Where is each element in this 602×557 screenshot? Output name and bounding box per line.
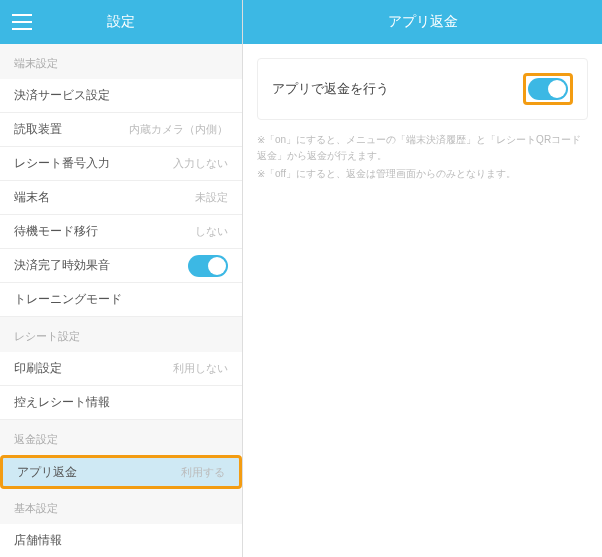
settings-row[interactable]: 印刷設定利用しない <box>0 352 242 386</box>
row-label: 待機モード移行 <box>14 223 98 240</box>
section-header: 基本設定 <box>0 489 242 524</box>
row-value: 入力しない <box>173 156 228 171</box>
section-header: レシート設定 <box>0 317 242 352</box>
row-label: 控えレシート情報 <box>14 394 110 411</box>
settings-list: 端末設定決済サービス設定読取装置内蔵カメラ（内側）レシート番号入力入力しない端末… <box>0 44 242 557</box>
row-label: 端末名 <box>14 189 50 206</box>
settings-row[interactable]: 店舗情報 <box>0 524 242 557</box>
row-label: 決済完了時効果音 <box>14 257 110 274</box>
hint-text-2: ※「off」にすると、返金は管理画面からのみとなります。 <box>257 166 588 182</box>
detail-header: アプリ返金 <box>243 0 602 44</box>
detail-body: アプリで返金を行う ※「on」にすると、メニューの「端末決済履歴」と「レシートQ… <box>243 44 602 196</box>
settings-row[interactable]: トレーニングモード <box>0 283 242 317</box>
menu-icon[interactable] <box>12 14 32 30</box>
sidebar-header: 設定 <box>0 0 242 44</box>
section-header: 端末設定 <box>0 44 242 79</box>
refund-toggle-label: アプリで返金を行う <box>272 80 389 98</box>
row-label: 店舗情報 <box>14 532 62 549</box>
settings-row[interactable]: 決済完了時効果音 <box>0 249 242 283</box>
row-label: 決済サービス設定 <box>14 87 110 104</box>
settings-row[interactable]: レシート番号入力入力しない <box>0 147 242 181</box>
row-label: レシート番号入力 <box>14 155 110 172</box>
sidebar-title: 設定 <box>107 13 135 31</box>
settings-row[interactable]: アプリ返金利用する <box>0 455 242 489</box>
refund-toggle[interactable] <box>528 78 568 100</box>
detail-title: アプリ返金 <box>388 13 458 31</box>
settings-row[interactable]: 端末名未設定 <box>0 181 242 215</box>
row-label: アプリ返金 <box>17 464 77 481</box>
row-value: しない <box>195 224 228 239</box>
section-header: 返金設定 <box>0 420 242 455</box>
row-value: 利用しない <box>173 361 228 376</box>
refund-toggle-highlight <box>523 73 573 105</box>
row-value: 未設定 <box>195 190 228 205</box>
hint-text-1: ※「on」にすると、メニューの「端末決済履歴」と「レシートQRコード返金」から返… <box>257 132 588 164</box>
settings-sidebar: 設定 端末設定決済サービス設定読取装置内蔵カメラ（内側）レシート番号入力入力しな… <box>0 0 243 557</box>
row-value: 内蔵カメラ（内側） <box>129 122 228 137</box>
row-label: 読取装置 <box>14 121 62 138</box>
settings-row[interactable]: 読取装置内蔵カメラ（内側） <box>0 113 242 147</box>
settings-row[interactable]: 待機モード移行しない <box>0 215 242 249</box>
settings-row[interactable]: 控えレシート情報 <box>0 386 242 420</box>
detail-panel: アプリ返金 アプリで返金を行う ※「on」にすると、メニューの「端末決済履歴」と… <box>243 0 602 557</box>
row-value: 利用する <box>181 465 225 480</box>
refund-toggle-row: アプリで返金を行う <box>257 58 588 120</box>
row-label: トレーニングモード <box>14 291 122 308</box>
row-label: 印刷設定 <box>14 360 62 377</box>
settings-row[interactable]: 決済サービス設定 <box>0 79 242 113</box>
row-toggle[interactable] <box>188 255 228 277</box>
